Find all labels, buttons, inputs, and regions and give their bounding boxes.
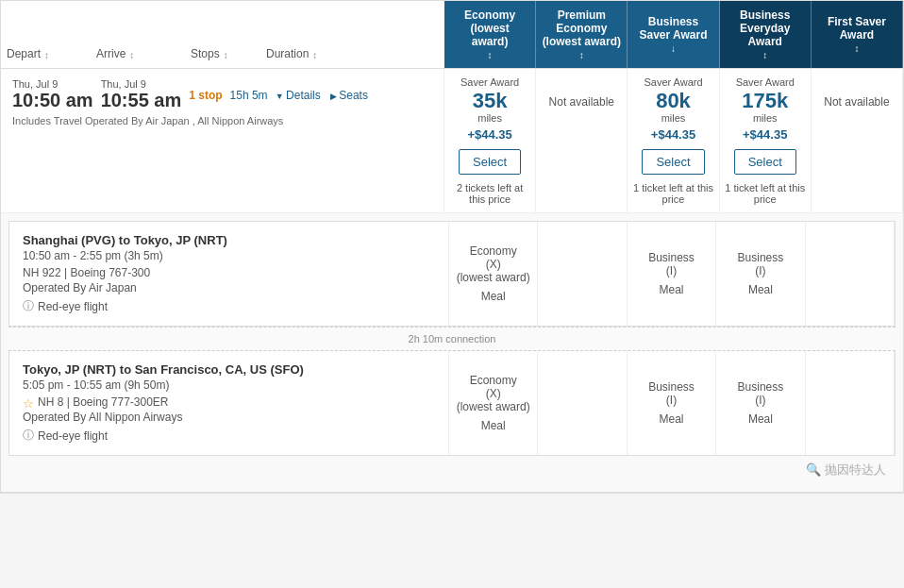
biz-everyday-miles-label: miles [753,112,778,124]
seats-link[interactable]: Seats [330,89,368,102]
stop-badge: 1 stop [189,89,222,102]
header-row: Depart ↕ Arrive ↕ Stops ↕ Duration ↕ Eco… [1,1,903,69]
arrive-time: 10:55 am [101,90,182,111]
segment-2-biz-saver-cell: Business (I) Meal [628,351,716,455]
segment-2-row: Tokyo, JP (NRT) to San Francisco, CA, US… [8,351,896,456]
segment-2-biz-everyday-cell: Business (I) Meal [716,351,805,455]
connection-bar: 2h 10m connection [8,327,896,351]
segment-2-time: 5:05 pm - 10:55 am (9h 50m) [23,378,435,392]
premium-not-available: Not available [544,76,619,127]
award-cells: Saver Award 35k miles +$44.35 Select 2 t… [444,69,903,212]
segment-2-operated: Operated By All Nippon Airways [23,411,435,424]
segment-1-biz-everyday-cell: Business (I) Meal [716,222,805,326]
segment-1-time: 10:50 am - 2:55 pm (3h 5m) [23,249,435,262]
segment-2-left: Tokyo, JP (NRT) to San Francisco, CA, US… [9,351,449,455]
depart-block: Thu, Jul 9 10:50 am [12,78,93,111]
segment-1-biz-saver-cell: Business (I) Meal [628,222,716,326]
depart-sort-icon: ↕ [44,50,49,60]
biz-saver-miles: 80k [656,90,691,112]
arrive-block: Thu, Jul 9 10:55 am [101,78,182,111]
biz-everyday-header[interactable]: Business Everyday Award ↕ [720,1,812,68]
economy-miles-label: miles [477,112,502,124]
segment-2-right: Economy (X) (lowest award) Meal Business… [449,351,895,455]
biz-everyday-tax: +$44.35 [743,127,787,142]
segment-1-left: Shanghai (PVG) to Tokyo, JP (NRT) 10:50 … [9,222,449,326]
economy-miles: 35k [473,90,508,112]
depart-time: 10:50 am [12,90,93,111]
biz-everyday-award-cell: Saver Award 175k miles +$44.35 Select 1 … [720,69,812,212]
segment-1-flight: NH 922 | Boeing 767-300 [23,266,435,279]
segment-1-red-eye: ⓘ Red-eye flight [23,298,435,314]
arrive-header[interactable]: Arrive ↕ [91,1,185,68]
biz-saver-header[interactable]: Business Saver Award ↓ [628,1,719,68]
segment-1-route: Shanghai (PVG) to Tokyo, JP (NRT) [23,233,435,247]
segment-2-first-saver-cell [806,351,895,455]
first-saver-award-cell: Not available [812,69,903,212]
stops-sort-icon: ↕ [224,50,228,60]
flight-results-container: Depart ↕ Arrive ↕ Stops ↕ Duration ↕ Eco… [0,0,904,494]
segment-1-first-saver-cell [806,222,895,326]
depart-date: Thu, Jul 9 [12,78,93,90]
stops-header[interactable]: Stops ↕ [185,1,260,68]
economy-tickets-left: 2 tickets left at this price [448,182,531,205]
first-saver-header[interactable]: First Saver Award ↕ [812,1,903,68]
biz-everyday-select-button[interactable]: Select [734,149,796,175]
biz-everyday-tickets-left: 1 ticket left at this price [724,182,807,205]
flight-info-left: Thu, Jul 9 10:50 am Thu, Jul 9 10:55 am … [1,69,444,212]
depart-header[interactable]: Depart ↕ [1,1,91,68]
segment-2-route: Tokyo, JP (NRT) to San Francisco, CA, US… [23,362,435,377]
flight-details-section: Shanghai (PVG) to Tokyo, JP (NRT) 10:50 … [1,213,903,493]
red-eye-icon: ⓘ [23,298,34,314]
biz-saver-select-button[interactable]: Select [642,149,704,175]
award-headers: Economy (lowest award) ↕ Premium Economy… [444,1,903,68]
column-headers-left: Depart ↕ Arrive ↕ Stops ↕ Duration ↕ [1,1,444,68]
segment-1-premium-cell [538,222,627,326]
flight-times: Thu, Jul 9 10:50 am Thu, Jul 9 10:55 am … [12,78,432,111]
duration-value: 15h 5m [230,89,268,102]
segment-2-flight: NH 8 | Boeing 777-300ER [38,395,169,409]
segment-1-right: Economy (X) (lowest award) Meal Business… [449,222,895,326]
watermark: 🔍 抛因特达人 [8,456,896,484]
flight-actions: Details Seats [276,89,368,102]
details-link[interactable]: Details [276,89,321,102]
biz-saver-miles-label: miles [661,112,686,124]
arrive-sort-icon: ↕ [129,50,134,60]
red-eye-icon-2: ⓘ [23,428,34,444]
duration-sort-icon: ↕ [312,50,317,60]
segment-2-red-eye: ⓘ Red-eye flight [23,428,435,444]
economy-select-button[interactable]: Select [459,149,521,175]
segment-2-flight-row: ☆ NH 8 | Boeing 777-300ER [23,395,435,411]
arrive-date: Thu, Jul 9 [101,78,182,90]
operated-by: Includes Travel Operated By Air Japan , … [12,115,432,126]
biz-everyday-award-label: Saver Award [736,76,795,88]
segment-2-premium-cell [538,351,627,455]
economy-award-header[interactable]: Economy (lowest award) ↕ [444,1,536,68]
biz-everyday-miles: 175k [742,90,788,112]
economy-award-cell: Saver Award 35k miles +$44.35 Select 2 t… [444,69,536,212]
star-icon: ☆ [23,396,34,411]
biz-saver-award-cell: Saver Award 80k miles +$44.35 Select 1 t… [628,69,719,212]
segment-2-economy-cell: Economy (X) (lowest award) Meal [449,351,538,455]
biz-saver-tickets-left: 1 ticket left at this price [631,182,714,205]
premium-award-cell: Not available [536,69,628,212]
premium-economy-header[interactable]: Premium Economy (lowest award) ↕ [536,1,628,68]
segment-1-economy-cell: Economy (X) (lowest award) Meal [449,222,538,326]
flight-row: Thu, Jul 9 10:50 am Thu, Jul 9 10:55 am … [1,69,903,213]
economy-award-label: Saver Award [460,76,519,88]
biz-saver-tax: +$44.35 [651,127,695,142]
economy-tax: +$44.35 [467,127,511,142]
segment-1-operated: Operated By Air Japan [23,281,435,294]
biz-saver-award-label: Saver Award [644,76,702,88]
duration-header[interactable]: Duration ↕ [260,1,355,68]
first-saver-not-available: Not available [819,76,894,127]
segment-1-row: Shanghai (PVG) to Tokyo, JP (NRT) 10:50 … [8,221,896,327]
